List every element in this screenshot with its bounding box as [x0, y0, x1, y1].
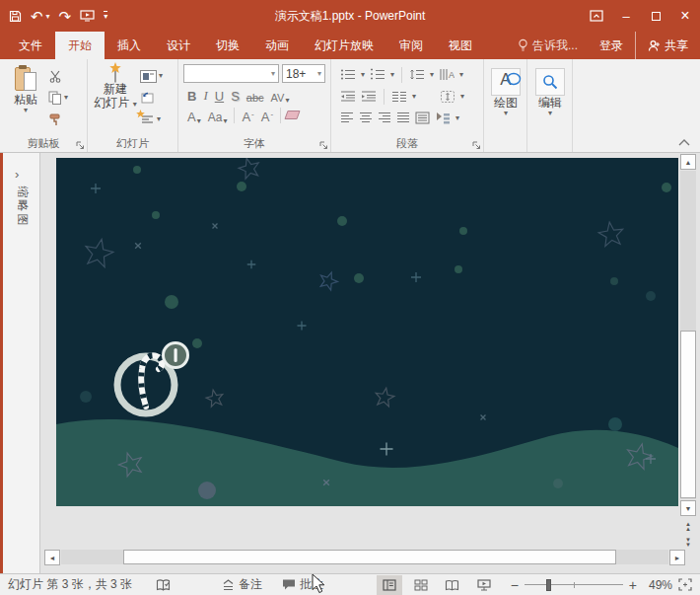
- clear-formatting-button[interactable]: [286, 109, 299, 122]
- slideshow-view-button[interactable]: [471, 575, 497, 595]
- new-slide-button[interactable]: 新建 幻灯片 ▾: [91, 62, 140, 135]
- customize-qat-icon[interactable]: ▾: [104, 11, 107, 21]
- font-color-button[interactable]: A▾: [185, 107, 203, 124]
- bold-button[interactable]: B: [185, 86, 198, 104]
- slides-group: 新建 幻灯片 ▾ ▾ ▾ 幻灯片: [88, 59, 178, 152]
- paste-button[interactable]: 粘贴 ▾: [3, 62, 48, 135]
- previous-slide-button[interactable]: ▲▲: [680, 520, 696, 534]
- tab-slideshow[interactable]: 幻灯片放映: [302, 32, 386, 59]
- close-button[interactable]: ×: [670, 0, 700, 32]
- lightbulb-icon: [518, 38, 528, 52]
- copy-button[interactable]: ▾: [48, 89, 68, 107]
- format-painter-button[interactable]: [48, 111, 68, 128]
- distribute-button[interactable]: [415, 112, 430, 124]
- text-direction-button[interactable]: A: [439, 68, 455, 81]
- scroll-down-button[interactable]: ▼: [680, 500, 696, 516]
- paragraph-dialog-launcher[interactable]: [472, 141, 481, 150]
- start-slideshow-icon[interactable]: [80, 10, 95, 23]
- tab-insert[interactable]: 插入: [105, 32, 154, 59]
- undo-icon[interactable]: ↶: [31, 9, 43, 24]
- magnifier-icon: [542, 74, 558, 90]
- zoom-level[interactable]: 49%: [643, 578, 672, 592]
- clipboard-dialog-launcher[interactable]: [76, 141, 85, 150]
- horizontal-scrollbar: ◄ ►: [44, 550, 685, 565]
- notes-button[interactable]: 备注: [222, 576, 262, 593]
- reading-view-button[interactable]: [440, 575, 465, 595]
- grow-font-button[interactable]: Aˆ: [240, 107, 255, 124]
- expand-pane-icon[interactable]: ›: [15, 167, 19, 182]
- badge-marker: [175, 348, 177, 362]
- layout-button[interactable]: ▾: [140, 67, 163, 85]
- undo-dropdown-icon[interactable]: ▾: [46, 12, 50, 21]
- tab-transitions[interactable]: 切换: [203, 32, 252, 59]
- editing-button[interactable]: 编辑 ▾: [530, 62, 570, 135]
- section-button[interactable]: ▾: [140, 111, 163, 128]
- decrease-indent-button[interactable]: [340, 90, 356, 103]
- align-text-button[interactable]: [440, 90, 455, 104]
- clipboard-group: 粘贴 ▾ ▾ 剪贴板: [0, 59, 88, 152]
- share-button[interactable]: 共享: [635, 32, 700, 59]
- normal-view-button[interactable]: [377, 575, 402, 595]
- tab-design[interactable]: 设计: [154, 32, 203, 59]
- vertical-scroll-thumb[interactable]: [680, 331, 696, 498]
- underline-button[interactable]: U: [213, 86, 226, 104]
- scroll-up-button[interactable]: ▲: [680, 154, 696, 170]
- align-left-button[interactable]: [340, 112, 354, 124]
- copy-dropdown-icon[interactable]: ▾: [64, 95, 68, 101]
- tab-home[interactable]: 开始: [55, 32, 105, 59]
- text-shadow-button[interactable]: S: [229, 86, 242, 104]
- work-area: › 缩略图: [0, 153, 700, 573]
- next-slide-button[interactable]: ▼▼: [680, 536, 696, 550]
- zoom-in-button[interactable]: +: [629, 577, 637, 593]
- redo-icon[interactable]: ↷: [59, 9, 72, 24]
- save-icon[interactable]: [9, 10, 22, 23]
- slide-canvas[interactable]: [56, 158, 678, 506]
- tab-file[interactable]: 文件: [6, 32, 55, 59]
- tab-view[interactable]: 视图: [436, 32, 485, 59]
- tab-review[interactable]: 审阅: [386, 32, 436, 59]
- change-case-button[interactable]: Aa▾: [206, 107, 230, 124]
- numbering-button[interactable]: [370, 68, 385, 81]
- font-name-combobox[interactable]: ▾: [183, 64, 279, 83]
- clipboard-small-buttons: ▾: [48, 62, 68, 136]
- justify-button[interactable]: [396, 112, 410, 124]
- collapse-ribbon-button[interactable]: [678, 139, 690, 146]
- cut-button[interactable]: [48, 67, 68, 85]
- tell-me-box[interactable]: 告诉我...: [508, 32, 588, 59]
- maximize-button[interactable]: [641, 0, 670, 32]
- reset-button[interactable]: [140, 89, 163, 107]
- align-center-button[interactable]: [359, 112, 373, 124]
- bullets-button[interactable]: [340, 68, 356, 81]
- increase-indent-button[interactable]: [361, 90, 377, 103]
- zoom-slider-thumb[interactable]: [546, 579, 551, 591]
- fit-to-window-button[interactable]: [678, 578, 692, 591]
- scroll-right-button[interactable]: ►: [669, 550, 685, 565]
- line-spacing-button[interactable]: [409, 68, 425, 81]
- horizontal-scroll-thumb[interactable]: [123, 550, 616, 564]
- paste-dropdown-icon[interactable]: ▾: [24, 108, 28, 113]
- font-dialog-launcher[interactable]: [319, 141, 328, 150]
- strikethrough-button[interactable]: abc: [245, 86, 266, 104]
- drawing-icon: A: [491, 68, 521, 96]
- minimize-button[interactable]: –: [611, 0, 641, 32]
- columns-button[interactable]: [391, 90, 407, 103]
- shrink-font-button[interactable]: Aˇ: [259, 107, 275, 124]
- scroll-left-button[interactable]: ◄: [44, 550, 60, 565]
- convert-smartart-button[interactable]: [435, 112, 451, 124]
- zoom-out-button[interactable]: −: [511, 577, 519, 593]
- dot-decoration: [459, 227, 467, 235]
- drawing-button[interactable]: A 绘图 ▾: [487, 62, 525, 135]
- tab-animations[interactable]: 动画: [252, 32, 302, 59]
- align-right-button[interactable]: [378, 112, 391, 124]
- plus-sparkle-decoration: [247, 260, 256, 269]
- thumbnail-pane-collapsed[interactable]: › 缩略图: [3, 153, 40, 573]
- character-spacing-button[interactable]: AV▾: [269, 86, 292, 104]
- proofing-status-button[interactable]: [156, 578, 171, 592]
- font-size-combobox[interactable]: 18+▾: [282, 64, 325, 83]
- italic-button[interactable]: I: [201, 86, 209, 104]
- ribbon-display-options-icon[interactable]: [582, 0, 611, 32]
- font-group-label: 字体: [178, 136, 330, 151]
- slide-sorter-view-button[interactable]: [408, 575, 434, 595]
- sign-in-button[interactable]: 登录: [588, 32, 635, 59]
- zoom-slider[interactable]: [525, 575, 623, 595]
